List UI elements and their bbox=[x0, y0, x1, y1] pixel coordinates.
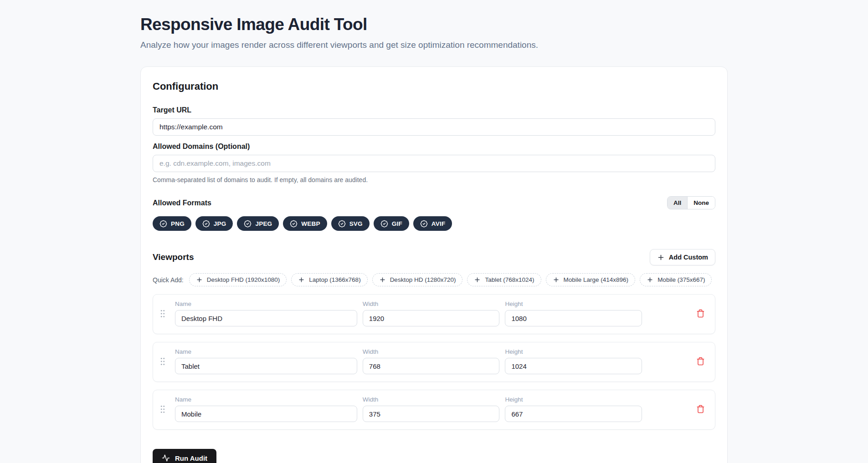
quick-add-tablet[interactable]: Tablet (768x1024) bbox=[467, 273, 541, 286]
preset-label: Desktop FHD (1920x1080) bbox=[207, 276, 280, 283]
viewport-name-input[interactable] bbox=[175, 358, 357, 374]
formats-select-all-button[interactable]: All bbox=[668, 197, 687, 209]
drag-handle[interactable] bbox=[156, 356, 169, 366]
page-subtitle: Analyze how your images render across di… bbox=[140, 40, 728, 50]
viewport-width-input[interactable] bbox=[363, 358, 500, 374]
page-title: Responsive Image Audit Tool bbox=[140, 15, 728, 34]
format-pill-label: PNG bbox=[171, 220, 185, 227]
plus-icon bbox=[553, 276, 560, 283]
target-url-input[interactable] bbox=[153, 118, 715, 136]
format-pill-label: JPG bbox=[214, 220, 226, 227]
plus-icon bbox=[196, 276, 203, 283]
formats-select-toggle: All None bbox=[667, 196, 715, 209]
run-audit-button[interactable]: Run Audit bbox=[153, 449, 216, 463]
delete-viewport-button[interactable] bbox=[694, 403, 707, 415]
preset-label: Desktop HD (1280x720) bbox=[390, 276, 456, 283]
viewport-height-input[interactable] bbox=[505, 310, 642, 326]
preset-label: Mobile Large (414x896) bbox=[564, 276, 629, 283]
add-custom-label: Add Custom bbox=[669, 254, 708, 261]
quick-add-desktop-fhd[interactable]: Desktop FHD (1920x1080) bbox=[189, 273, 287, 286]
quick-add-mobile[interactable]: Mobile (375x667) bbox=[640, 273, 712, 286]
trash-icon bbox=[696, 357, 705, 366]
grip-vertical-icon bbox=[158, 309, 168, 319]
drag-handle[interactable] bbox=[156, 404, 169, 414]
viewport-name-label: Name bbox=[175, 348, 357, 355]
delete-viewport-button[interactable] bbox=[694, 355, 707, 367]
allowed-formats-label: Allowed Formats bbox=[153, 199, 211, 207]
format-pill-label: SVG bbox=[349, 220, 363, 227]
viewport-width-field: Width bbox=[363, 348, 500, 374]
viewport-height-label: Height bbox=[505, 300, 642, 307]
viewport-name-label: Name bbox=[175, 300, 357, 307]
plus-icon bbox=[298, 276, 305, 283]
format-pill-png[interactable]: PNG bbox=[153, 216, 191, 231]
format-pill-jpeg[interactable]: JPEG bbox=[237, 216, 279, 231]
quick-add-laptop[interactable]: Laptop (1366x768) bbox=[291, 273, 367, 286]
badge-check-icon bbox=[290, 220, 298, 228]
format-pill-label: AVIF bbox=[431, 220, 446, 227]
viewport-height-input[interactable] bbox=[505, 406, 642, 422]
format-pill-webp[interactable]: WEBP bbox=[283, 216, 327, 231]
viewport-name-field: Name bbox=[175, 300, 357, 326]
run-audit-label: Run Audit bbox=[175, 454, 207, 462]
viewport-height-field: Height bbox=[505, 300, 642, 326]
viewport-row: Name Width Height bbox=[153, 342, 715, 382]
viewport-name-field: Name bbox=[175, 396, 357, 422]
quick-add-row: Quick Add: Desktop FHD (1920x1080) Lapto… bbox=[153, 273, 715, 286]
badge-check-icon bbox=[338, 220, 346, 228]
quick-add-label: Quick Add: bbox=[153, 276, 184, 284]
viewport-height-label: Height bbox=[505, 396, 642, 403]
plus-icon bbox=[379, 276, 386, 283]
plus-icon bbox=[474, 276, 481, 283]
trash-icon bbox=[696, 309, 705, 318]
viewport-height-label: Height bbox=[505, 348, 642, 355]
format-pill-label: GIF bbox=[392, 220, 402, 227]
page-container: Responsive Image Audit Tool Analyze how … bbox=[140, 0, 728, 463]
viewport-name-input[interactable] bbox=[175, 310, 357, 326]
format-pills-row: PNG JPG JPEG WEBP SVG GIF bbox=[153, 216, 715, 231]
add-custom-button[interactable]: Add Custom bbox=[650, 249, 715, 265]
viewport-height-input[interactable] bbox=[505, 358, 642, 374]
configuration-heading: Configuration bbox=[153, 81, 715, 92]
badge-check-icon bbox=[159, 220, 167, 228]
viewport-row: Name Width Height bbox=[153, 390, 715, 430]
target-url-group: Target URL bbox=[153, 106, 715, 136]
viewport-width-label: Width bbox=[363, 300, 500, 307]
formats-select-none-button[interactable]: None bbox=[687, 197, 715, 209]
allowed-domains-input[interactable] bbox=[153, 155, 715, 172]
preset-label: Tablet (768x1024) bbox=[485, 276, 534, 283]
viewport-height-field: Height bbox=[505, 396, 642, 422]
viewports-header: Viewports Add Custom bbox=[153, 249, 715, 265]
viewport-name-input[interactable] bbox=[175, 406, 357, 422]
quick-add-mobile-large[interactable]: Mobile Large (414x896) bbox=[546, 273, 636, 286]
viewport-name-label: Name bbox=[175, 396, 357, 403]
quick-add-desktop-hd[interactable]: Desktop HD (1280x720) bbox=[372, 273, 463, 286]
viewport-name-field: Name bbox=[175, 348, 357, 374]
viewport-width-label: Width bbox=[363, 348, 500, 355]
viewport-height-field: Height bbox=[505, 348, 642, 374]
viewport-width-input[interactable] bbox=[363, 310, 500, 326]
format-pill-label: JPEG bbox=[255, 220, 272, 227]
preset-label: Laptop (1366x768) bbox=[309, 276, 360, 283]
viewport-width-label: Width bbox=[363, 396, 500, 403]
viewport-row: Name Width Height bbox=[153, 294, 715, 334]
plus-icon bbox=[647, 276, 653, 283]
viewport-width-field: Width bbox=[363, 300, 500, 326]
format-pill-gif[interactable]: GIF bbox=[374, 216, 409, 231]
badge-check-icon bbox=[380, 220, 388, 228]
configuration-card: Configuration Target URL Allowed Domains… bbox=[140, 66, 728, 463]
allowed-domains-group: Allowed Domains (Optional) Comma-separat… bbox=[153, 142, 715, 183]
grip-vertical-icon bbox=[158, 356, 168, 366]
allowed-formats-header: Allowed Formats All None bbox=[153, 196, 715, 209]
target-url-label: Target URL bbox=[153, 106, 715, 114]
viewport-width-input[interactable] bbox=[363, 406, 500, 422]
format-pill-avif[interactable]: AVIF bbox=[413, 216, 452, 231]
delete-viewport-button[interactable] bbox=[694, 307, 707, 320]
badge-check-icon bbox=[244, 220, 252, 228]
viewports-heading: Viewports bbox=[153, 252, 194, 262]
viewport-width-field: Width bbox=[363, 396, 500, 422]
format-pill-jpg[interactable]: JPG bbox=[195, 216, 233, 231]
plus-icon bbox=[657, 254, 665, 261]
drag-handle[interactable] bbox=[156, 309, 169, 319]
format-pill-svg[interactable]: SVG bbox=[331, 216, 370, 231]
